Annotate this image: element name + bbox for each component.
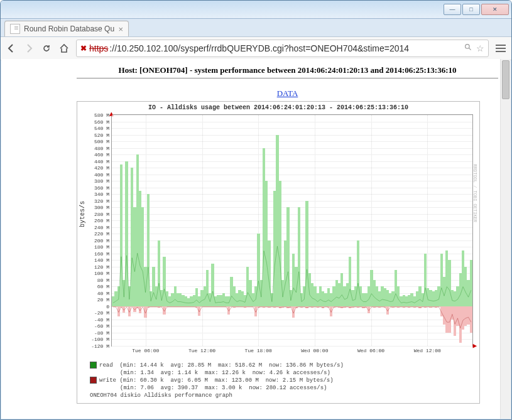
chart-title: IO - Alldisks usage between 2014:06:24:0… — [77, 104, 479, 111]
tab-title: Round Robin Database Qu — [24, 24, 114, 33]
io-chart: IO - Alldisks usage between 2014:06:24:0… — [77, 101, 480, 404]
ytick-label: 400 M — [84, 171, 112, 177]
ytick-label: 500 M — [84, 139, 112, 144]
url-scheme: https — [89, 43, 108, 53]
ytick-label: 180 M — [84, 244, 112, 250]
ytick-label: 380 M — [84, 178, 112, 184]
window-minimize-button[interactable]: — — [444, 4, 461, 15]
ytick-label: -60 M — [84, 323, 112, 329]
browser-tabstrip: Round Robin Database Qu × — [1, 19, 511, 37]
ytick-label: 440 M — [84, 158, 112, 164]
ytick-label: 60 M — [84, 284, 112, 289]
xtick-label: Wed 00:00 — [301, 346, 328, 353]
home-button[interactable] — [58, 43, 70, 54]
window-maximize-button[interactable]: □ — [462, 4, 480, 15]
ytick-label: 140 M — [84, 257, 112, 263]
ytick-label: 360 M — [84, 185, 112, 190]
xtick-label: Tue 06:00 — [132, 346, 159, 353]
ytick-label: 480 M — [84, 145, 112, 151]
heading-rule — [77, 78, 498, 78]
svg-point-0 — [466, 45, 470, 49]
window-close-button[interactable]: ✕ — [481, 4, 509, 15]
page-heading: Host: [ONEOH704] - system performance be… — [77, 65, 498, 75]
vertical-scrollbar[interactable] — [500, 59, 511, 419]
window-frame: — □ ✕ Round Robin Database Qu × ✖ https … — [0, 0, 512, 420]
ytick-label: 240 M — [84, 224, 112, 230]
ytick-label: 420 M — [84, 165, 112, 171]
xtick-label: Wed 12:00 — [414, 346, 441, 353]
menu-button[interactable] — [495, 43, 506, 54]
ytick-label: -80 M — [84, 330, 112, 335]
xtick-label: Wed 06:00 — [357, 346, 384, 353]
xtick-label: Tue 18:00 — [245, 346, 272, 353]
insecure-icon: ✖ — [80, 44, 87, 53]
ytick-label: 160 M — [84, 250, 112, 256]
ytick-label: 560 M — [84, 119, 112, 124]
search-icon[interactable] — [464, 43, 472, 53]
chart-plot-area: ▲ ▶ -120 M-100 M-80 M-60 M-40 M-20 M020 … — [111, 114, 473, 347]
ytick-label: 40 M — [84, 290, 112, 296]
tab-close-icon[interactable]: × — [118, 24, 123, 34]
page-icon — [10, 24, 20, 34]
ytick-label: -100 M — [84, 337, 112, 342]
scrollbar-thumb[interactable] — [502, 60, 509, 99]
ytick-label: 80 M — [84, 277, 112, 283]
axis-arrow-icon: ▶ — [472, 342, 477, 350]
chart-footer: ONEOH704 diskio Alldisks performance gra… — [90, 392, 473, 399]
ytick-label: 260 M — [84, 218, 112, 223]
bookmark-star-icon[interactable]: ☆ — [476, 43, 484, 53]
page-content: Host: [ONEOH704] - system performance be… — [1, 59, 511, 409]
browser-tab[interactable]: Round Robin Database Qu × — [4, 21, 129, 36]
chart-legend: read (min: 14.44 k avg: 28.85 M max: 518… — [90, 362, 473, 399]
ytick-label: 580 M — [84, 112, 112, 118]
ytick-label: 280 M — [84, 211, 112, 217]
url-text: ://10.250.102.100/sysperf/rrdbQUERYDB.cg… — [109, 43, 460, 53]
ytick-label: -120 M — [84, 343, 112, 349]
address-bar[interactable]: ✖ https ://10.250.102.100/sysperf/rrdbQU… — [76, 40, 489, 57]
back-button[interactable] — [6, 43, 17, 54]
ytick-label: 200 M — [84, 237, 112, 243]
data-link[interactable]: DATA — [77, 89, 498, 99]
ytick-label: 320 M — [84, 198, 112, 203]
ytick-label: -20 M — [84, 310, 112, 316]
chart-watermark: RRDTOOL / TOBI OETIKER — [472, 164, 477, 222]
ytick-label: 540 M — [84, 126, 112, 131]
xtick-label: Tue 12:00 — [188, 346, 215, 353]
ytick-label: 100 M — [84, 271, 112, 276]
reload-button[interactable] — [41, 43, 52, 54]
ytick-label: 340 M — [84, 191, 112, 197]
ytick-label: 220 M — [84, 231, 112, 237]
ytick-label: 20 M — [84, 297, 112, 303]
ytick-label: 520 M — [84, 132, 112, 137]
hamburger-icon — [496, 45, 506, 52]
ytick-label: 0 — [84, 303, 112, 309]
ytick-label: 300 M — [84, 205, 112, 210]
page-viewport: Host: [ONEOH704] - system performance be… — [1, 59, 511, 419]
ytick-label: 460 M — [84, 152, 112, 158]
ytick-label: -40 M — [84, 316, 112, 322]
ytick-label: 120 M — [84, 264, 112, 269]
browser-toolbar: ✖ https ://10.250.102.100/sysperf/rrdbQU… — [1, 37, 511, 60]
forward-button[interactable] — [23, 43, 35, 54]
